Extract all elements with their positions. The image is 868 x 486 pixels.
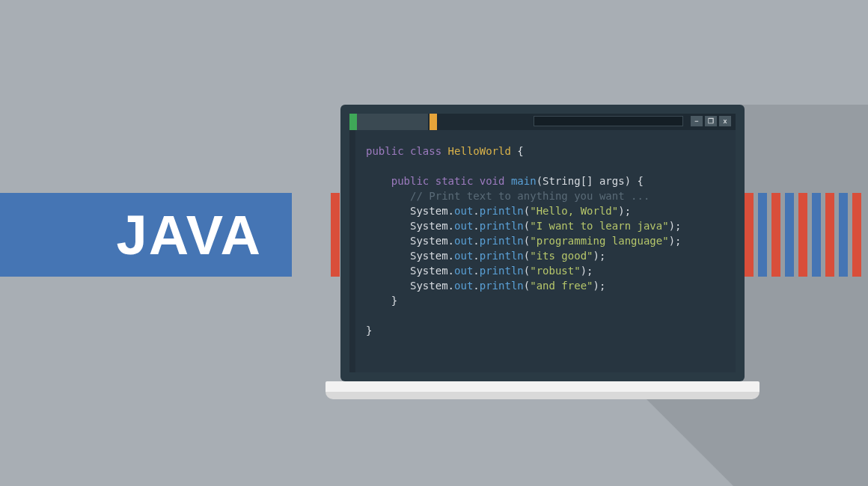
dot: . [473, 220, 479, 232]
paren: ); [593, 280, 606, 292]
object: System [410, 205, 448, 217]
indent [366, 250, 410, 262]
object: System [410, 265, 448, 277]
paren: ( [524, 280, 530, 292]
object: System [410, 235, 448, 247]
dot: . [448, 250, 454, 262]
code-area[interactable]: public class HelloWorld { public static … [366, 144, 682, 338]
banner-title: JAVA [117, 203, 262, 267]
dot: . [473, 265, 479, 277]
comment: // Print text to anything you want ... [410, 190, 650, 202]
method: println [480, 265, 524, 277]
brace: } [366, 324, 372, 336]
method: println [480, 235, 524, 247]
string: "robust" [530, 265, 580, 277]
editor-topbar: − ❐ x [349, 114, 736, 130]
field: out [454, 265, 473, 277]
keyword: class [410, 145, 441, 157]
tab-accent-orange [430, 114, 437, 130]
indent [366, 220, 410, 232]
method: println [480, 220, 524, 232]
indent [366, 190, 410, 202]
indent [366, 280, 410, 292]
paren: ( [524, 205, 530, 217]
paren: ); [593, 250, 606, 262]
close-button[interactable]: x [719, 116, 731, 126]
stripe-red [771, 193, 780, 277]
dot: . [448, 265, 454, 277]
stripe-blue [785, 193, 794, 277]
indent [366, 205, 410, 217]
dot: . [473, 205, 479, 217]
dot: . [473, 250, 479, 262]
laptop-base-lip [326, 392, 760, 399]
stripe-red [798, 193, 807, 277]
method-name: main [511, 175, 537, 187]
paren: ); [669, 220, 682, 232]
dot: . [448, 220, 454, 232]
stripe-blue [839, 193, 848, 277]
decorative-stripes-right [745, 193, 861, 277]
tab-accent-green [349, 114, 357, 130]
minimize-button[interactable]: − [691, 116, 703, 126]
laptop: − ❐ x public class HelloWorld { public s… [340, 105, 760, 399]
paren: ); [669, 235, 682, 247]
string: "and free" [530, 280, 593, 292]
indent [366, 235, 410, 247]
keyword: static [435, 175, 474, 187]
dot: . [473, 280, 479, 292]
method: println [480, 250, 524, 262]
params: (String[] args) { [537, 175, 644, 187]
string: "I want to learn java" [530, 220, 668, 232]
stripe-red [331, 193, 340, 277]
object: System [410, 280, 448, 292]
java-banner: JAVA [0, 193, 292, 277]
field: out [454, 220, 473, 232]
indent [366, 265, 410, 277]
tab-active[interactable] [357, 114, 428, 130]
window-controls: − ❐ x [691, 116, 731, 126]
field: out [454, 235, 473, 247]
dot: . [448, 205, 454, 217]
brace: { [511, 145, 524, 157]
method: println [480, 205, 524, 217]
field: out [454, 280, 473, 292]
maximize-button[interactable]: ❐ [705, 116, 717, 126]
field: out [454, 250, 473, 262]
class-name: HelloWorld [448, 145, 511, 157]
object: System [410, 220, 448, 232]
dot: . [448, 280, 454, 292]
keyword: void [480, 175, 505, 187]
paren: ( [524, 265, 530, 277]
string: "programming language" [530, 235, 668, 247]
stripe-blue [812, 193, 821, 277]
laptop-base [326, 381, 760, 392]
paren: ( [524, 250, 530, 262]
keyword: public [366, 145, 404, 157]
dot: . [448, 235, 454, 247]
paren: ); [581, 265, 593, 277]
object: System [410, 250, 448, 262]
editor-screen: − ❐ x public class HelloWorld { public s… [349, 114, 736, 372]
stripe-red [825, 193, 834, 277]
search-input[interactable] [534, 116, 683, 126]
field: out [454, 205, 473, 217]
paren: ( [524, 235, 530, 247]
stripe-red [852, 193, 861, 277]
editor-gutter [349, 130, 355, 372]
indent [366, 175, 391, 187]
laptop-screen-bezel: − ❐ x public class HelloWorld { public s… [340, 105, 745, 381]
paren: ( [524, 220, 530, 232]
brace: } [391, 295, 397, 307]
keyword: public [391, 175, 430, 187]
method: println [480, 280, 524, 292]
string: "Hello, World" [530, 205, 618, 217]
indent [366, 295, 391, 307]
dot: . [473, 235, 479, 247]
string: "its good" [530, 250, 593, 262]
paren: ); [618, 205, 631, 217]
